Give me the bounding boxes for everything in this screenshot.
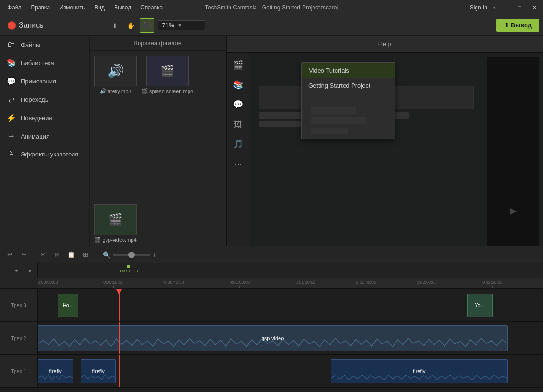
add-track-button[interactable]: + — [11, 265, 22, 276]
video-thumb-splash: 🎬 — [146, 56, 189, 86]
help-nav-audio[interactable]: 🎵 — [230, 136, 247, 153]
help-nav-more[interactable]: ⋯ — [230, 155, 247, 172]
track-3-content[interactable]: Но... Yo... — [38, 289, 543, 321]
help-nav-image[interactable]: 🖼 — [230, 116, 247, 133]
ruler-mark-3: 0:01:00;00 — [230, 280, 250, 288]
signin-button[interactable]: Sign In — [466, 3, 491, 12]
redo-button[interactable]: ↪ — [18, 249, 29, 261]
playhead-marker-area: 0:00:19;17 — [119, 263, 139, 273]
track1-clip-firefly1[interactable]: firefly — [38, 359, 73, 383]
export-button[interactable]: ⬆ Вывод — [496, 19, 539, 32]
undo-button[interactable]: ↩ — [4, 249, 15, 261]
sidebar-label-cursor: Эффекты указателя — [21, 151, 78, 158]
ruler-mark-5: 0:01:40;00 — [356, 280, 376, 288]
waveform-ff3 — [331, 373, 507, 383]
cut-button[interactable]: ✂ — [37, 249, 49, 261]
sidebar-item-annotations[interactable]: 💬 Примечания — [0, 72, 89, 90]
content-bar-1 — [311, 107, 356, 114]
ruler-mark-6: 0:02:00;00 — [417, 280, 437, 288]
waveform-ff2 — [81, 373, 115, 383]
zoom-value: 71% — [162, 22, 174, 29]
video-icon: 🎬 — [160, 65, 174, 78]
menu-output[interactable]: Вывод — [110, 2, 135, 13]
paste-button[interactable]: 📋 — [66, 249, 77, 261]
track1-clip-firefly2[interactable]: firefly — [81, 359, 116, 383]
audio-icon: 🔊 — [107, 63, 124, 79]
help-nav-video[interactable]: 🎬 — [230, 57, 247, 74]
menu-modify[interactable]: Изменить — [56, 2, 89, 13]
track-1-label: Трек 1 — [0, 355, 38, 387]
sidebar-item-library[interactable]: 📚 Библиотека — [0, 54, 89, 72]
copy-button[interactable]: ⎘ — [51, 249, 63, 261]
sidebar-item-animation[interactable]: → Анимация — [0, 127, 89, 145]
sidebar-item-transitions[interactable]: ⇄ Переходы — [0, 90, 89, 109]
ruler-mark-0: 0:00:00;00 — [38, 280, 58, 288]
sidebar-label-behaviors: Поведения — [21, 114, 52, 122]
sidebar-item-files[interactable]: 🗂 Файлы — [0, 36, 89, 54]
menu-edit[interactable]: Правка — [27, 2, 54, 13]
library-icon: 📚 — [7, 58, 16, 67]
ruler-mark-1: 0:00:20;00 — [103, 280, 123, 288]
content-bar-2 — [311, 117, 367, 124]
track3-clip-2[interactable]: Yo... — [467, 294, 493, 317]
timeline-ruler: 0:00:00;00 0:00:20;00 0:00:40;00 0:01:00… — [0, 278, 543, 289]
clip-1-label: Но... — [63, 302, 74, 308]
ruler-mark-2: 0:00:40;00 — [164, 280, 184, 288]
help-nav-chat[interactable]: 💬 — [230, 96, 247, 113]
zoom-control[interactable]: 71% ▾ — [158, 20, 205, 30]
sidebar-label-animation: Анимация — [21, 133, 49, 140]
zoom-dropdown-icon: ▾ — [178, 22, 181, 29]
track-1-content[interactable]: firefly firefly — [38, 355, 543, 387]
split-button[interactable]: ⊞ — [80, 249, 91, 261]
zoom-plus-icon[interactable]: + — [152, 251, 156, 259]
divider-2 — [95, 250, 95, 260]
maximize-button[interactable]: □ — [513, 1, 526, 14]
timeline-top-strip: + ▾ 0:00:19;17 — [0, 263, 543, 278]
media-item-firefly[interactable]: 🔊 🔊 firefly.mp3 — [94, 56, 137, 200]
sidebar-item-behaviors[interactable]: ⚡ Поведения — [0, 109, 89, 127]
zoom-minus-icon[interactable]: 🔍 — [103, 251, 111, 259]
help-header: Help — [227, 36, 543, 53]
playhead-track2 — [119, 322, 120, 354]
track2-clip-gsp[interactable]: gsp-video — [38, 325, 508, 351]
record-button[interactable]: Запись — [4, 19, 48, 32]
media-item-splash[interactable]: 🎬 🎬 splash-screen.mp4 — [141, 56, 193, 200]
record-label: Запись — [19, 21, 44, 30]
track-row-2: Трек 2 gsp-video — [0, 322, 543, 355]
menu-view[interactable]: Вид — [90, 2, 108, 13]
sidebar-label-library: Библиотека — [21, 59, 54, 66]
close-button[interactable]: ✕ — [528, 1, 541, 14]
export-icon: ⬆ — [504, 22, 509, 29]
menu-help[interactable]: Справка — [137, 2, 166, 13]
ruler-mark-7: 0:02:20;00 — [482, 280, 502, 288]
track-3-label: Трек 3 — [0, 289, 38, 321]
zoom-thumb[interactable] — [128, 252, 135, 258]
menu-file[interactable]: Файл — [4, 2, 25, 13]
audio-thumb: 🔊 — [94, 56, 137, 86]
track3-clip-1[interactable]: Но... — [58, 294, 78, 317]
timeline-section: ↩ ↪ ✂ ⎘ 📋 ⊞ 🔍 + + ▾ 0:00:19;17 — [0, 246, 543, 392]
video-thumb-gsp: 🎬 — [94, 204, 137, 235]
media-label-splash: 🎬 splash-screen.mp4 — [141, 88, 193, 94]
zoom-track[interactable] — [113, 254, 150, 256]
hand-tool[interactable]: ✋ — [124, 18, 138, 33]
crop-tool[interactable]: ⬛ — [140, 18, 154, 33]
dropdown-getting-started[interactable]: Getting Started Project — [302, 78, 395, 93]
title-bar: Файл Правка Изменить Вид Вывод Справка T… — [0, 0, 543, 15]
animation-icon: → — [7, 132, 16, 140]
track-2-content[interactable]: gsp-video — [38, 322, 543, 354]
track-settings-button[interactable]: ▾ — [24, 265, 35, 276]
arrow-tool[interactable]: ⬆ — [108, 18, 122, 33]
sidebar-item-cursor[interactable]: 🖱 Эффекты указателя — [0, 145, 89, 163]
track1-clip-firefly3[interactable]: firefly — [331, 359, 508, 383]
help-nav-docs[interactable]: 📚 — [230, 76, 247, 93]
track-controls-header: + ▾ — [0, 263, 38, 278]
track-row-1: Трек 1 firefly firefly — [0, 355, 543, 388]
minimize-button[interactable]: ─ — [498, 1, 511, 14]
gsp-icon: 🎬 — [108, 213, 123, 226]
content-placeholder — [302, 102, 395, 139]
waveform-gsp — [38, 336, 507, 351]
window-title: TechSmith Camtasia - Getting-Started-Pro… — [205, 4, 338, 11]
files-icon: 🗂 — [7, 41, 16, 49]
dropdown-video-tutorials[interactable]: Video Tutorials — [302, 63, 395, 78]
